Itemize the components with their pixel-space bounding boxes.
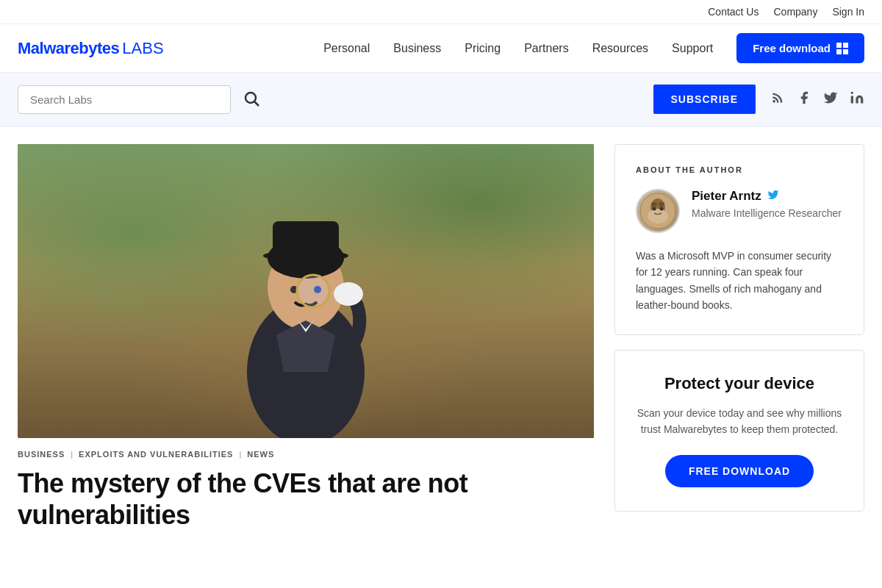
free-download-button[interactable]: Free download [736, 33, 864, 63]
social-icons [770, 90, 864, 109]
svg-point-9 [334, 282, 363, 306]
top-bar: Contact Us Company Sign In [0, 0, 882, 24]
search-right: SUBSCRIBE [653, 85, 864, 114]
logo-wrap[interactable]: Malwarebytes LABS [18, 39, 164, 58]
main-nav: Malwarebytes LABS Personal Business Pric… [0, 24, 882, 73]
breadcrumb-sep-2: | [239, 450, 241, 459]
logo-labs: LABS [122, 39, 163, 58]
nav-links: Personal Business Pricing Partners Resou… [323, 42, 713, 55]
author-card: ABOUT THE AUTHOR [614, 144, 864, 335]
author-twitter-icon[interactable] [767, 189, 779, 204]
sign-in-link[interactable]: Sign In [832, 6, 864, 18]
company-link[interactable]: Company [773, 6, 817, 18]
search-input[interactable] [18, 85, 231, 114]
search-icon [243, 90, 260, 107]
nav-partners[interactable]: Partners [524, 42, 568, 54]
svg-point-8 [297, 275, 329, 307]
content-wrap: BUSINESS | EXPLOITS AND VULNERABILITIES … [0, 126, 882, 548]
nav-pricing[interactable]: Pricing [465, 42, 501, 54]
windows-icon [836, 43, 848, 54]
nav-resources[interactable]: Resources [592, 42, 648, 54]
svg-rect-11 [273, 221, 339, 258]
article-image [18, 144, 594, 438]
breadcrumb-sep-1: | [71, 450, 73, 459]
svg-point-14 [648, 209, 668, 223]
protect-download-button[interactable]: FREE DOWNLOAD [665, 455, 814, 487]
nav-personal[interactable]: Personal [323, 42, 370, 54]
nav-business[interactable]: Business [393, 42, 441, 54]
svg-point-0 [245, 93, 256, 103]
author-avatar-inner [637, 190, 678, 232]
nav-support[interactable]: Support [672, 42, 713, 54]
article-title: The mystery of the CVEs that are not vul… [18, 467, 594, 531]
breadcrumb-exploits[interactable]: EXPLOITS AND VULNERABILITIES [79, 450, 233, 459]
author-info: Pieter Arntz Malware Intelligence Resear… [636, 189, 843, 233]
facebook-icon[interactable] [797, 90, 811, 109]
breadcrumb-news[interactable]: NEWS [247, 450, 274, 459]
author-section-title: ABOUT THE AUTHOR [636, 165, 843, 174]
twitter-icon[interactable] [823, 90, 838, 109]
author-name-row: Pieter Arntz [692, 189, 842, 204]
svg-point-16 [660, 207, 664, 211]
author-avatar-svg [639, 193, 676, 229]
protect-title: Protect your device [633, 374, 846, 393]
svg-line-1 [255, 101, 259, 106]
svg-point-15 [653, 207, 656, 211]
main-content: BUSINESS | EXPLOITS AND VULNERABILITIES … [18, 144, 594, 531]
author-avatar [636, 189, 680, 233]
rss-icon[interactable] [770, 90, 785, 109]
author-name-wrap: Pieter Arntz Malware Intelligence Resear… [692, 189, 842, 220]
logo-brand: Malwarebytes [18, 39, 119, 58]
author-bio: Was a Microsoft MVP in consumer security… [636, 248, 843, 314]
svg-point-2 [851, 91, 853, 93]
logo[interactable]: Malwarebytes LABS [18, 39, 164, 58]
search-bar: SUBSCRIBE [0, 73, 882, 126]
search-input-wrap [18, 85, 231, 114]
author-name: Pieter Arntz [692, 189, 761, 204]
protect-description: Scan your device today and see why milli… [633, 405, 846, 438]
breadcrumb-business[interactable]: BUSINESS [18, 450, 65, 459]
sidebar: ABOUT THE AUTHOR [614, 144, 864, 531]
protect-card: Protect your device Scan your device tod… [614, 350, 864, 512]
author-role: Malware Intelligence Researcher [692, 207, 842, 220]
free-download-label: Free download [753, 42, 831, 54]
breadcrumbs: BUSINESS | EXPLOITS AND VULNERABILITIES … [18, 450, 594, 459]
contact-us-link[interactable]: Contact Us [708, 6, 759, 18]
detective-illustration [159, 144, 453, 438]
linkedin-icon[interactable] [850, 90, 864, 109]
search-button[interactable] [240, 87, 263, 112]
subscribe-button[interactable]: SUBSCRIBE [653, 85, 756, 114]
